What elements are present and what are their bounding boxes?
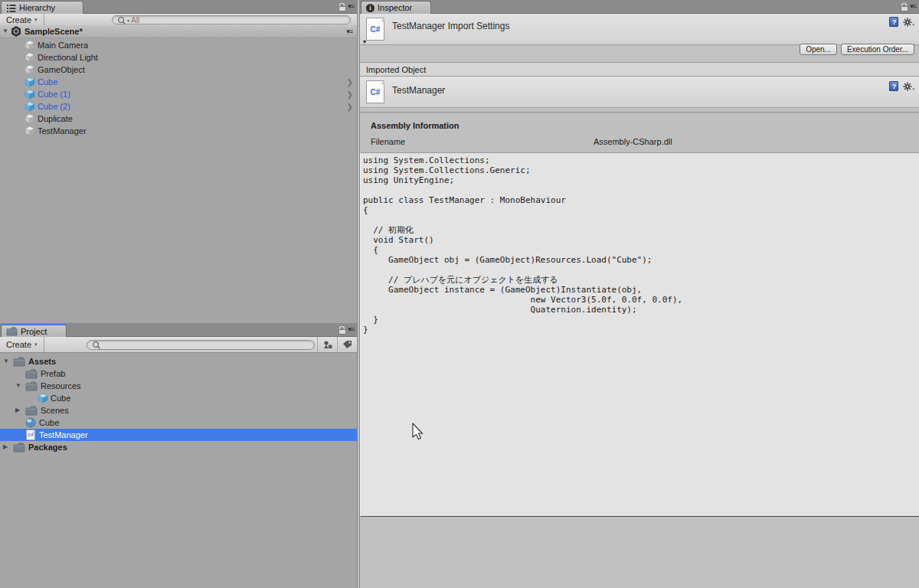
project-item-label: Cube [39,418,59,427]
scene-name: SampleScene* [25,27,83,36]
script-source-preview: using System.Collections; using System.C… [360,152,919,517]
prefab-cube-icon [25,101,35,112]
search-filter-chevron-icon: ▾ [127,18,129,23]
prefab-expand-icon[interactable]: ❯ [347,90,353,99]
project-tree-row[interactable]: ▼ Assets [0,355,357,368]
hierarchy-tree: Main Camera Directional Light GameObject… [0,39,357,137]
prefab-expand-icon[interactable]: ❯ [347,78,353,87]
import-settings-header: C# ▾ TestManager Import Settings ? ▾ Ope… [360,14,919,45]
lock-icon[interactable] [338,3,345,10]
project-create-button[interactable]: Create ▾ [0,337,44,352]
hierarchy-item[interactable]: Directional Light [0,51,357,64]
hierarchy-item[interactable]: Main Camera [0,39,357,51]
hierarchy-item[interactable]: Duplicate [0,113,357,125]
panel-menu-icon[interactable]: ▾≡ [910,2,916,10]
project-item-label: TestManager [39,430,88,439]
disclosure-open-icon[interactable]: ▼ [3,358,9,364]
scene-menu-icon[interactable]: ▾≡ [346,28,352,35]
hierarchy-item-label: Main Camera [38,41,88,50]
project-tree-row[interactable]: Prefab [0,368,357,380]
tab-project[interactable]: Project [1,324,67,337]
create-button-label: Create [6,340,31,349]
assembly-information-header: Assembly Information [371,121,460,130]
hierarchy-search-input[interactable]: ▾ All [112,15,351,24]
assembly-information-section: Assembly Information Filename Assembly-C… [360,112,919,152]
project-tree-row-selected[interactable]: C# TestManager [0,429,357,441]
execution-order-button[interactable]: Execution Order... [841,44,914,55]
project-tree-row[interactable]: ▶ Packages [0,441,357,453]
folder-icon [25,381,38,391]
inspector-info-icon: i [366,4,374,12]
inspector-tab-label: Inspector [378,3,412,12]
inspector-title: TestManager Import Settings [392,21,509,31]
hierarchy-search-filter: All [131,16,139,24]
tab-inspector[interactable]: i Inspector [361,1,431,14]
project-item-label: Prefab [41,369,65,378]
inspector-panel: i Inspector ▾≡ C# ▾ TestManager Import S… [360,0,919,588]
lock-icon[interactable] [338,326,345,333]
project-tree: ▼ Assets Prefab ▼ Resources Cube ▶ Scene… [0,355,357,453]
project-tree-row[interactable]: Cube [0,416,357,429]
imported-object-header: C# TestManager ? ▾ [360,77,919,108]
open-button[interactable]: Open... [800,44,837,55]
hierarchy-item[interactable]: TestManager [0,125,357,137]
hierarchy-item[interactable]: Cube ❯ [0,76,357,88]
folder-icon [13,442,25,452]
hierarchy-item[interactable]: Cube (2) ❯ [0,100,357,113]
hierarchy-item[interactable]: Cube (1) ❯ [0,88,357,100]
project-tab-label: Project [21,327,47,336]
project-tree-row[interactable]: ▼ Resources [0,380,357,392]
panel-menu-icon[interactable]: ▾≡ [348,325,354,333]
project-item-label: Packages [28,443,67,452]
project-item-label: Scenes [41,406,69,415]
help-book-icon[interactable]: ? [889,81,898,91]
search-icon [117,16,126,24]
tab-hierarchy[interactable]: Hierarchy [1,1,83,14]
search-by-label-button[interactable] [337,337,357,352]
imported-object-label: Imported Object [366,65,426,74]
hierarchy-toolbar: Create ▾ ▾ All [0,14,357,26]
project-search-input[interactable] [87,340,315,350]
imported-object-name: TestManager [392,85,445,96]
filename-label: Filename [371,137,405,146]
gameobject-cube-icon [25,64,35,75]
inspector-tabbar: i Inspector ▾≡ [360,0,919,14]
project-item-label: Assets [28,357,56,366]
search-by-type-icon [323,340,332,349]
csharp-asset-icon-large: C# [366,80,384,103]
search-by-type-button[interactable] [317,337,337,352]
foldout-arrow-icon[interactable]: ▾ [363,38,366,45]
disclosure-open-icon[interactable]: ▼ [15,383,21,389]
lock-icon[interactable] [901,3,908,10]
hierarchy-tab-label: Hierarchy [19,3,55,12]
panel-menu-icon[interactable]: ▾≡ [348,2,354,10]
script-source-code: using System.Collections; using System.C… [361,153,919,335]
presets-gear-icon[interactable]: ▾ [903,18,914,27]
hierarchy-item-label: Cube (1) [38,90,70,99]
hierarchy-list-icon [6,3,16,13]
disclosure-closed-icon[interactable]: ▶ [15,407,20,413]
project-panel: Project ▾≡ Create ▾ ▼ Assets [0,323,357,588]
hierarchy-tabbar: Hierarchy ▾≡ [0,0,357,14]
search-icon [92,341,100,349]
help-book-icon[interactable]: ? [889,17,898,27]
hierarchy-item-label: Duplicate [38,114,73,123]
prefab-cube-icon [25,89,35,100]
project-tree-row[interactable]: Cube [0,392,357,404]
scene-header-row[interactable]: ▼ SampleScene* ▾≡ [0,25,357,38]
disclosure-closed-icon[interactable]: ▶ [3,444,8,450]
project-tree-row[interactable]: ▶ Scenes [0,404,357,416]
csharp-script-icon: C# [26,430,35,440]
project-tabbar: Project ▾≡ [0,323,357,337]
folder-icon [13,356,25,367]
hierarchy-item-label: Cube [38,77,57,87]
project-toolbar: Create ▾ [0,337,357,353]
folder-icon [25,405,38,416]
hierarchy-item[interactable]: GameObject [0,64,357,76]
disclosure-open-icon[interactable]: ▼ [2,28,8,34]
hierarchy-item-label: TestManager [38,126,87,136]
unity-scene-icon [10,25,22,38]
presets-gear-icon[interactable]: ▾ [903,82,914,91]
hierarchy-create-button[interactable]: Create ▾ [0,14,44,25]
prefab-expand-icon[interactable]: ❯ [347,103,353,111]
